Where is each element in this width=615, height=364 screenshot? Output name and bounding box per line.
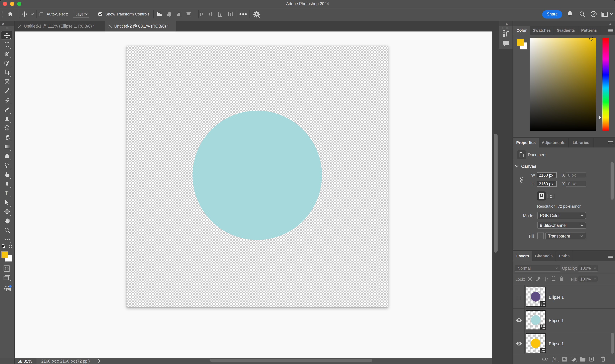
svg-text:?: ? (593, 12, 595, 16)
